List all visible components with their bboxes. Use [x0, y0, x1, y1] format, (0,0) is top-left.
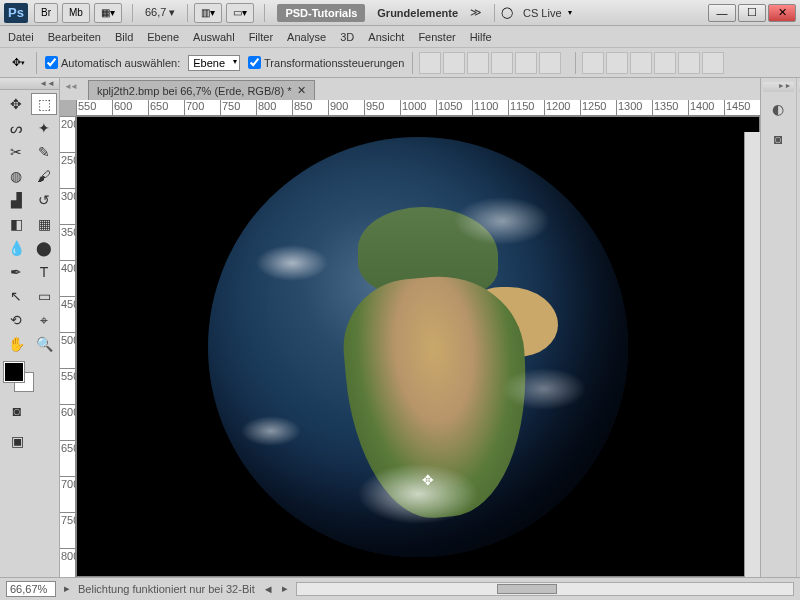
cslive-button[interactable]: CS Live	[523, 7, 562, 19]
align-left-button[interactable]	[491, 52, 513, 74]
eraser-tool[interactable]: ◧	[3, 213, 29, 235]
adjustments-panel-icon[interactable]: ◐	[764, 96, 792, 122]
blur-tool[interactable]: 💧	[3, 237, 29, 259]
auto-select-checkbox[interactable]: Automatisch auswählen:	[45, 56, 180, 69]
menu-bearbeiten[interactable]: Bearbeiten	[48, 31, 101, 43]
dist-hcenter-button[interactable]	[678, 52, 700, 74]
shape-tool[interactable]: ▭	[31, 285, 57, 307]
menu-datei[interactable]: Datei	[8, 31, 34, 43]
vertical-ruler: 200250300350400450500550600650700750800	[60, 116, 76, 577]
screenmode-tool[interactable]: ▣	[4, 430, 30, 452]
status-zoom-input[interactable]: 66,67%	[6, 581, 56, 597]
marquee-tool[interactable]: ⬚	[31, 93, 57, 115]
quickmask-button[interactable]: ◙	[4, 400, 30, 422]
hand-tool[interactable]: ✋	[3, 333, 29, 355]
horizontal-scrollbar[interactable]	[296, 582, 794, 596]
menu-hilfe[interactable]: Hilfe	[470, 31, 492, 43]
menu-ebene[interactable]: Ebene	[147, 31, 179, 43]
eyedropper-tool[interactable]: ✎	[31, 141, 57, 163]
vertical-scrollbar[interactable]	[744, 132, 760, 577]
close-tab-icon[interactable]: ✕	[297, 84, 306, 97]
workspace-grundelemente[interactable]: Grundelemente	[377, 7, 458, 19]
panel-collapse-left[interactable]: ►►	[763, 82, 794, 92]
earth-image	[208, 137, 628, 557]
bridge-button[interactable]: Br	[34, 3, 58, 23]
options-bar: ✥▾ Automatisch auswählen: Ebene Transfor…	[0, 48, 800, 78]
menu-ansicht[interactable]: Ansicht	[368, 31, 404, 43]
3d-tool[interactable]: ⟲	[3, 309, 29, 331]
zoom-tool[interactable]: 🔍	[31, 333, 57, 355]
status-nav-right[interactable]: ▸	[282, 582, 288, 595]
wand-tool[interactable]: ✦	[31, 117, 57, 139]
menu-filter[interactable]: Filter	[249, 31, 273, 43]
canvas[interactable]: ✥	[76, 116, 760, 577]
zoom-level[interactable]: 66,7 ▾	[145, 6, 175, 19]
transform-controls-checkbox[interactable]: Transformationssteuerungen	[248, 56, 404, 69]
menu-3d[interactable]: 3D	[340, 31, 354, 43]
align-top-button[interactable]	[419, 52, 441, 74]
minimize-button[interactable]: —	[708, 4, 736, 22]
screenmode-button[interactable]: ▭▾	[226, 3, 254, 23]
workspace-more[interactable]: ≫	[470, 6, 482, 19]
layer-dropdown[interactable]: Ebene	[188, 55, 240, 71]
status-info-icon[interactable]: ▸	[64, 582, 70, 595]
toolbox: ◄◄ ✥ ⬚ ᔕ ✦ ✂ ✎ ◍ 🖌 ▟ ↺ ◧ ▦ 💧 ⬤ ✒ T ↖ ▭ ⟲…	[0, 78, 60, 577]
menu-analyse[interactable]: Analyse	[287, 31, 326, 43]
stamp-tool[interactable]: ▟	[3, 189, 29, 211]
dist-right-button[interactable]	[702, 52, 724, 74]
type-tool[interactable]: T	[31, 261, 57, 283]
menu-bar: Datei Bearbeiten Bild Ebene Auswahl Filt…	[0, 26, 800, 48]
cslive-icon: ◯	[501, 6, 513, 19]
masks-panel-icon[interactable]: ◙	[764, 126, 792, 152]
workspace-psd-tutorials[interactable]: PSD-Tutorials	[277, 4, 365, 22]
menu-auswahl[interactable]: Auswahl	[193, 31, 235, 43]
close-button[interactable]: ✕	[768, 4, 796, 22]
dodge-tool[interactable]: ⬤	[31, 237, 57, 259]
dist-left-button[interactable]	[654, 52, 676, 74]
horizontal-ruler: 5506006507007508008509009501000105011001…	[76, 100, 760, 116]
arrange-button[interactable]: ▥▾	[194, 3, 222, 23]
align-hcenter-button[interactable]	[515, 52, 537, 74]
photoshop-logo-icon: Ps	[4, 3, 28, 23]
healing-tool[interactable]: ◍	[3, 165, 29, 187]
minibridge-button[interactable]: Mb	[62, 3, 90, 23]
align-bottom-button[interactable]	[467, 52, 489, 74]
move-tool[interactable]: ✥	[3, 93, 29, 115]
3d-camera-tool[interactable]: ⌖	[31, 309, 57, 331]
gradient-tool[interactable]: ▦	[31, 213, 57, 235]
status-nav-left[interactable]: ◄	[263, 583, 274, 595]
move-tool-icon: ✥▾	[8, 53, 28, 73]
dist-vcenter-button[interactable]	[606, 52, 628, 74]
title-bar: Ps Br Mb ▦▾ 66,7 ▾ ▥▾ ▭▾ PSD-Tutorials G…	[0, 0, 800, 26]
status-bar: 66,67% ▸ Belichtung funktioniert nur bei…	[0, 577, 800, 599]
dist-top-button[interactable]	[582, 52, 604, 74]
menu-fenster[interactable]: Fenster	[418, 31, 455, 43]
distribute-group	[575, 52, 730, 74]
document-area: kplj2th2.bmp bei 66,7% (Erde, RGB/8) *✕ …	[60, 78, 760, 577]
crop-tool[interactable]: ✂	[3, 141, 29, 163]
toolbox-collapse[interactable]: ◄◄	[0, 78, 59, 90]
foreground-color[interactable]	[4, 362, 24, 382]
maximize-button[interactable]: ☐	[738, 4, 766, 22]
color-swatches[interactable]	[4, 362, 34, 392]
align-right-button[interactable]	[539, 52, 561, 74]
view-extras-button[interactable]: ▦▾	[94, 3, 122, 23]
history-brush-tool[interactable]: ↺	[31, 189, 57, 211]
align-vcenter-button[interactable]	[443, 52, 465, 74]
menu-bild[interactable]: Bild	[115, 31, 133, 43]
lasso-tool[interactable]: ᔕ	[3, 117, 29, 139]
path-tool[interactable]: ↖	[3, 285, 29, 307]
align-group	[412, 52, 567, 74]
panels-dock: ►► ◐ ◙ ►► ❖ ◆ ⬠ ✂ ↻	[760, 78, 800, 577]
brush-tool[interactable]: 🖌	[31, 165, 57, 187]
pen-tool[interactable]: ✒	[3, 261, 29, 283]
dist-bottom-button[interactable]	[630, 52, 652, 74]
status-message: Belichtung funktioniert nur bei 32-Bit	[78, 583, 255, 595]
document-tab[interactable]: kplj2th2.bmp bei 66,7% (Erde, RGB/8) *✕	[88, 80, 315, 100]
